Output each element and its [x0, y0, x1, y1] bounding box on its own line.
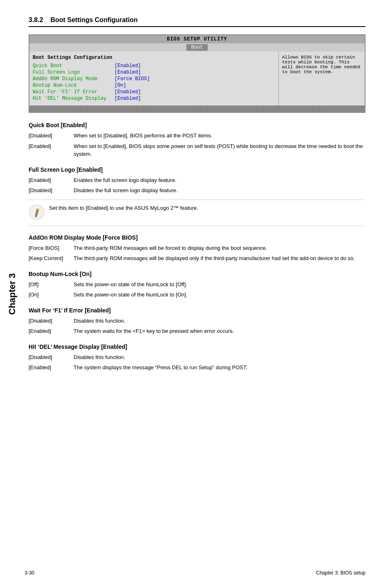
def-term-2-0: [Force BIOS] — [29, 244, 74, 252]
def-row-disabled-del: [Disabled] Disables this function. — [29, 353, 365, 361]
subsection-title-bootup-numlock: Bootup Num-Lock [On] — [29, 271, 365, 277]
def-row-disabled-quick-boot: [Disabled] When set to [Disabled], BIOS … — [29, 132, 365, 140]
subsection-title-full-screen-logo: Full Screen Logo [Enabled] — [29, 166, 365, 173]
bios-item-name-0: Quick Boot — [33, 63, 114, 69]
def-row-enabled-del: [Enabled] The system displays the messag… — [29, 364, 365, 372]
def-row-enabled-quick-boot: [Enabled] When set to [Enabled], BIOS sk… — [29, 142, 365, 158]
bios-tab-row: Boot — [29, 43, 365, 52]
def-desc-1-1: Disables the full screen logo display fe… — [74, 186, 365, 195]
bios-item-value-3: [On] — [114, 83, 126, 88]
subsection-bootup-numlock: Bootup Num-Lock [On] [Off] Sets the powe… — [29, 271, 365, 299]
def-desc-2-1: The third-party ROM messages will be dis… — [74, 254, 365, 263]
bios-boot-tab[interactable]: Boot — [186, 44, 208, 51]
def-term-0-1: [Enabled] — [29, 142, 74, 158]
def-term-1-0: [Enabled] — [29, 176, 74, 184]
def-term-3-0: [Off] — [29, 281, 74, 289]
bios-help-panel: Allows BIOS to skip certain tests while … — [279, 52, 365, 105]
def-term-3-1: [On] — [29, 291, 74, 299]
def-row-force-bios: [Force BIOS] The third-party ROM message… — [29, 244, 365, 252]
bios-item-hit-del[interactable]: Hit 'DEL' Message Display [Enabled] — [33, 96, 275, 101]
bios-item-name-2: AddOn ROM Display Mode — [33, 76, 114, 82]
def-desc-5-0: Disables this function. — [74, 353, 365, 361]
bios-header: BIOS SETUP UTILITY — [29, 35, 365, 43]
def-term-2-1: [Keep Current] — [29, 254, 74, 263]
subsection-hit-del: Hit ‘DEL’ Message Display [Enabled] [Dis… — [29, 343, 365, 372]
def-desc-1-0: Enables the full screen logo display fea… — [74, 176, 365, 184]
def-desc-5-1: The system displays the message “Press D… — [74, 364, 365, 372]
def-term-4-1: [Enabled] — [29, 327, 74, 335]
note-text-mylogo: Set this item to [Enabled] to use the AS… — [49, 204, 198, 212]
subsection-quick-boot: Quick Boot [Enabled] [Disabled] When set… — [29, 122, 365, 158]
page-footer: 3-30 Chapter 3: BIOS setup — [0, 570, 390, 576]
def-term-0-0: [Disabled] — [29, 132, 74, 140]
bios-item-quick-boot[interactable]: Quick Boot [Enabled] — [33, 63, 275, 69]
subsection-wait-f1: Wait For ‘F1’ If Error [Enabled] [Disabl… — [29, 307, 365, 335]
section-heading: Boot Settings Configuration — [50, 16, 137, 23]
bios-item-addon-rom[interactable]: AddOn ROM Display Mode [Force BIOS] — [33, 76, 275, 82]
bios-item-name-5: Hit 'DEL' Message Display — [33, 96, 114, 101]
def-desc-2-0: The third-party ROM messages will be for… — [74, 244, 365, 252]
def-row-disabled-logo: [Disabled] Disables the full screen logo… — [29, 186, 365, 195]
def-desc-3-0: Sets the power-on state of the NumLock t… — [74, 281, 365, 289]
def-term-5-1: [Enabled] — [29, 364, 74, 372]
bios-item-value-1: [Enabled] — [114, 70, 141, 75]
subsection-title-hit-del: Hit ‘DEL’ Message Display [Enabled] — [29, 343, 365, 350]
subsection-full-screen-logo: Full Screen Logo [Enabled] [Enabled] Ena… — [29, 166, 365, 226]
def-term-5-0: [Disabled] — [29, 353, 74, 361]
def-desc-0-1: When set to [Enabled], BIOS skips some p… — [74, 142, 365, 158]
bios-item-full-screen-logo[interactable]: Full Screen Logo [Enabled] — [33, 70, 275, 75]
bios-left-panel: Boot Settings Configuration Quick Boot [… — [29, 52, 279, 105]
section-number: 3.8.2 — [29, 16, 43, 23]
bios-item-bootup-numlock[interactable]: Bootup Num-Lock [On] — [33, 83, 275, 88]
section-title: 3.8.2 Boot Settings Configuration — [29, 16, 365, 27]
footer-page-number: 3-30 — [25, 570, 34, 576]
def-row-enabled-logo: [Enabled] Enables the full screen logo d… — [29, 176, 365, 184]
subsection-title-wait-f1: Wait For ‘F1’ If Error [Enabled] — [29, 307, 365, 314]
def-row-keep-current: [Keep Current] The third-party ROM messa… — [29, 254, 365, 263]
bios-item-value-0: [Enabled] — [114, 63, 141, 69]
def-row-on-numlock: [On] Sets the power-on state of the NumL… — [29, 291, 365, 299]
bios-item-value-5: [Enabled] — [114, 96, 141, 101]
footer-chapter-info: Chapter 3: BIOS setup — [316, 570, 365, 576]
def-row-disabled-f1: [Disabled] Disables this function. — [29, 317, 365, 325]
bios-item-name-3: Bootup Num-Lock — [33, 83, 114, 88]
def-desc-4-0: Disables this function. — [74, 317, 365, 325]
def-term-1-1: [Disabled] — [29, 186, 74, 195]
bios-section-title: Boot Settings Configuration — [33, 55, 275, 61]
bios-body: Boot Settings Configuration Quick Boot [… — [29, 52, 365, 105]
bios-item-wait-f1[interactable]: Wait For 'F1' If Error [Enabled] — [33, 89, 275, 95]
subsection-addon-rom: AddOn ROM Display Mode [Force BIOS] [For… — [29, 234, 365, 263]
def-desc-0-0: When set to [Disabled], BIOS performs al… — [74, 132, 365, 140]
bios-utility-box: BIOS SETUP UTILITY Boot Boot Settings Co… — [29, 34, 365, 113]
bios-item-name-4: Wait For 'F1' If Error — [33, 89, 114, 95]
def-row-off-numlock: [Off] Sets the power-on state of the Num… — [29, 281, 365, 289]
def-row-enabled-f1: [Enabled] The system waits for the <F1> … — [29, 327, 365, 335]
subsection-title-quick-boot: Quick Boot [Enabled] — [29, 122, 365, 128]
bios-item-value-2: [Force BIOS] — [114, 76, 150, 82]
def-desc-4-1: The system waits for the <F1> key to be … — [74, 327, 365, 335]
note-box-mylogo: Set this item to [Enabled] to use the AS… — [29, 200, 365, 226]
def-term-4-0: [Disabled] — [29, 317, 74, 325]
chapter-label: Chapter 3 — [7, 253, 18, 335]
bios-dashes: - - - - - - - - - - - - - - - - - - - - … — [29, 105, 365, 112]
subsection-title-addon-rom: AddOn ROM Display Mode [Force BIOS] — [29, 234, 365, 241]
pencil-icon — [29, 204, 49, 222]
def-desc-3-1: Sets the power-on state of the NumLock t… — [74, 291, 365, 299]
bios-item-name-1: Full Screen Logo — [33, 70, 114, 75]
bios-item-value-4: [Enabled] — [114, 89, 141, 95]
